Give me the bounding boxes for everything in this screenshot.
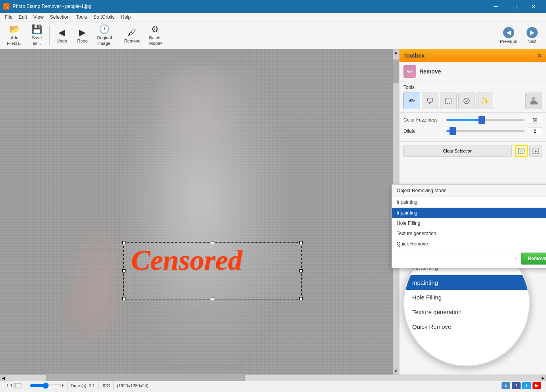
image-dimensions: (1920x1280x24) [117,383,149,388]
remove-button[interactable]: 🖊 Remove [121,23,144,47]
menu-file[interactable]: File [2,14,15,21]
removing-mode-option-texture-gen[interactable]: Texture generation [392,228,546,239]
toolbox-panel: Toolbox ✕ ✏ Remove Tools ✏ [399,49,546,375]
save-selection-button[interactable] [515,145,528,157]
save-as-button[interactable]: 💾 Saveas... [27,23,47,47]
next-button[interactable]: ▶ Next [521,23,543,47]
title-bar-controls: ─ □ ✕ [486,0,543,13]
previous-button[interactable]: ◀ Previous [498,23,519,47]
pencil-tool-button[interactable]: ✏ [403,93,420,109]
color-fuzziness-thumb[interactable] [478,116,485,124]
add-files-icon: 📂 [9,24,20,35]
image-display: Censored [0,49,393,375]
zoom-value: 1:1 [6,383,12,388]
magic-wand-button[interactable]: ✨ [477,93,493,109]
time-value: 0.1 [89,383,95,388]
menu-view[interactable]: View [30,14,47,21]
selection-handle-bl[interactable] [122,297,125,300]
save-icons-group [515,145,542,157]
batch-mode-label: BatchMode [149,35,160,46]
load-selection-icon [532,147,539,154]
color-fuzziness-row: Color Fuzziness 50 [403,116,542,124]
dilate-slider[interactable] [446,130,525,132]
menu-softorbits[interactable]: SoftOrbits [90,14,118,21]
menu-help[interactable]: Help [118,14,134,21]
h-scroll-thumb[interactable] [46,375,245,381]
rectangle-select-icon [444,97,452,105]
remove-section: ✏ Remove [399,62,546,81]
color-fuzziness-value[interactable]: 50 [528,116,542,124]
maximize-button[interactable]: □ [505,0,524,13]
toolbox-close-button[interactable]: ✕ [537,52,542,60]
selection-handle-tm[interactable] [211,241,214,244]
twitter-button[interactable]: t [522,382,531,389]
remove-action-button[interactable]: Remove [521,253,546,265]
smart-select-button[interactable] [458,93,475,109]
status-bar: 1:1 - + Time (s): 0.1 JPG (1920x1280x24)… [0,381,546,390]
selection-handle-mr[interactable] [299,269,303,272]
minimize-button[interactable]: ─ [486,0,505,13]
selection-handle-br[interactable] [299,297,303,300]
removing-mode-dropdown[interactable]: Object Removing Mode Inpainting Inpainti… [392,184,546,268]
time-label: Time (s): [71,383,88,388]
toolbox-header: Toolbox ✕ [399,49,546,62]
svg-rect-6 [520,149,523,153]
selection-handle-tr[interactable] [299,241,303,244]
selection-handle-ml[interactable] [122,269,125,272]
clear-selection-button[interactable]: Clear Selection [403,145,512,157]
color-fuzziness-slider[interactable] [446,119,525,121]
next-icon: ▶ [527,27,538,38]
next-label: Next [527,39,536,44]
youtube-button[interactable]: ▶ [532,382,541,389]
removing-mode-option-hole-filling[interactable]: Hole Filling [392,218,546,228]
original-image-button[interactable]: 🕐 OriginalImage [93,23,116,47]
color-fuzziness-fill [446,119,482,121]
zoom-plus[interactable]: + [62,383,64,388]
horizontal-scrollbar[interactable]: ◀ ▶ [0,375,546,381]
facebook-button[interactable]: f [512,382,521,389]
remove-section-label: Remove [419,68,441,75]
batch-mode-button[interactable]: ⚙ BatchMode ▼ [145,23,165,47]
previous-icon: ◀ [503,27,514,38]
h-scroll-track[interactable] [6,375,540,381]
save-as-icon: 💾 [31,24,42,35]
zoom-slider-section[interactable]: - + [25,381,67,390]
dilate-value[interactable]: 2 [528,127,542,135]
time-section: Time (s): 0.1 [68,381,98,390]
stamp-tool-button[interactable] [525,93,542,109]
scroll-left-arrow[interactable]: ◀ [0,375,6,381]
selection-rectangle [123,242,302,299]
info-button[interactable]: ℹ [502,382,510,389]
canvas-area[interactable]: Censored ▲ ▼ [0,49,399,375]
svg-rect-0 [446,98,451,104]
menu-bar: File Edit View Selection Tools SoftOrbit… [0,13,546,21]
menu-tools[interactable]: Tools [73,14,90,21]
batch-dropdown-arrow: ▼ [160,42,163,45]
lasso-tool-button[interactable] [422,93,438,109]
svg-rect-4 [530,102,538,104]
selection-handle-tl[interactable] [122,241,125,244]
undo-button[interactable]: ◀ Undo [52,23,72,47]
close-button[interactable]: ✕ [525,0,543,13]
zoom-slider[interactable] [30,382,62,389]
toolbar: 📂 AddFile(s)... 💾 Saveas... ◀ Undo ▶ Red… [0,21,546,49]
selection-handle-bm[interactable] [211,297,214,300]
scroll-down-arrow[interactable]: ▼ [393,368,399,375]
dimensions-section: (1920x1280x24) [114,381,152,390]
tools-label: Tools [403,85,542,90]
removing-mode-option-quick-remove[interactable]: Quick Remove [392,239,546,249]
rectangle-select-tool-button[interactable] [440,93,457,109]
add-files-button[interactable]: 📂 AddFile(s)... [3,23,26,47]
redo-button[interactable]: ▶ Redo [73,23,93,47]
removing-mode-option-inpainting[interactable]: Inpainting [392,208,546,218]
load-selection-button[interactable] [529,145,542,157]
scroll-up-arrow[interactable]: ▲ [393,49,399,56]
menu-selection[interactable]: Selection [47,14,73,21]
menu-edit[interactable]: Edit [15,14,30,21]
scroll-right-arrow[interactable]: ▶ [540,375,546,381]
dilate-label: Dilate [403,128,443,134]
remove-icon: 🖊 [128,27,137,38]
nav-section: ◀ Previous ▶ Next [498,23,543,47]
dilate-thumb[interactable] [450,127,456,135]
scroll-thumb-v[interactable] [393,60,399,83]
